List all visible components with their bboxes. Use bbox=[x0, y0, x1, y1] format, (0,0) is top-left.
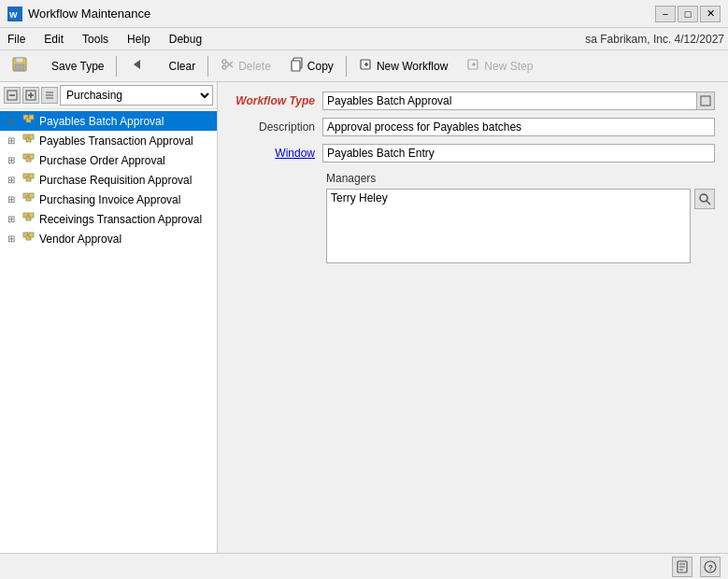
workflow-type-browse-button[interactable] bbox=[696, 92, 715, 110]
save-button[interactable] bbox=[4, 53, 41, 78]
user-info: sa Fabrikam, Inc. 4/12/2027 bbox=[585, 33, 724, 46]
docs-button[interactable] bbox=[672, 557, 692, 577]
clear-label: Clear bbox=[168, 60, 195, 73]
svg-point-7 bbox=[222, 65, 226, 69]
tree-item-payables-batch[interactable]: ⊞ Payables Batch Approval bbox=[0, 111, 217, 131]
clear-button[interactable]: Clear bbox=[160, 56, 204, 77]
list-view-button[interactable] bbox=[41, 87, 58, 104]
tree-item-label-2: Purchase Order Approval bbox=[39, 154, 165, 167]
new-workflow-icon bbox=[359, 57, 374, 75]
tree-item-label-0: Payables Batch Approval bbox=[39, 115, 164, 128]
managers-label: Managers bbox=[231, 172, 715, 185]
tree-item-label-4: Purchasing Invoice Approval bbox=[39, 193, 180, 206]
left-panel: Purchasing Payables Receivables ⊞ Payabl… bbox=[0, 82, 218, 553]
svg-point-6 bbox=[222, 60, 226, 64]
status-bar: ? bbox=[0, 553, 728, 579]
title-bar: W Workflow Maintenance − □ ✕ bbox=[0, 0, 728, 28]
collapse-all-button[interactable] bbox=[4, 87, 21, 104]
svg-line-49 bbox=[707, 201, 710, 205]
expand-icon-5: ⊞ bbox=[7, 214, 19, 224]
category-dropdown[interactable]: Purchasing Payables Receivables bbox=[60, 85, 213, 106]
svg-marker-5 bbox=[134, 60, 140, 69]
tree-item-payables-transaction[interactable]: ⊞ Payables Transaction Approval bbox=[0, 131, 217, 150]
scissors-icon bbox=[221, 57, 236, 75]
menu-file[interactable]: File bbox=[4, 31, 29, 48]
managers-box[interactable]: Terry Heley bbox=[326, 189, 691, 263]
svg-rect-3 bbox=[16, 58, 23, 63]
window-input[interactable] bbox=[322, 144, 715, 162]
toolbar-separator-3 bbox=[346, 56, 347, 77]
save-type-label: Save Type bbox=[51, 60, 104, 73]
tree-node-icon-6 bbox=[22, 231, 36, 247]
tree-node-icon-5 bbox=[22, 211, 36, 227]
back-button[interactable] bbox=[121, 53, 158, 78]
new-step-icon bbox=[466, 57, 481, 75]
tree-list: ⊞ Payables Batch Approval ⊞ Payables Tra… bbox=[0, 109, 217, 553]
tree-node-icon-2 bbox=[22, 152, 36, 168]
expand-icon-4: ⊞ bbox=[7, 194, 19, 205]
svg-rect-28 bbox=[29, 115, 34, 120]
workflow-type-label: Workflow Type bbox=[231, 94, 315, 107]
svg-point-48 bbox=[700, 194, 707, 202]
tree-node-icon-0 bbox=[22, 113, 36, 129]
menu-items: File Edit Tools Help Debug bbox=[4, 31, 206, 48]
window-row: Window bbox=[231, 144, 715, 162]
new-workflow-button[interactable]: New Workflow bbox=[350, 53, 456, 78]
toolbar: Save Type Clear Delete Copy New Workflow bbox=[0, 50, 728, 82]
right-panel: Workflow Type Description Window Manager… bbox=[218, 82, 728, 553]
app-icon: W bbox=[7, 7, 22, 21]
svg-rect-34 bbox=[29, 154, 34, 159]
tree-node-icon-3 bbox=[22, 172, 36, 188]
managers-search-button[interactable] bbox=[694, 189, 715, 209]
menu-tools[interactable]: Tools bbox=[79, 31, 112, 48]
tree-item-label-1: Payables Transaction Approval bbox=[39, 134, 193, 148]
workflow-type-field-group bbox=[322, 92, 715, 110]
svg-rect-31 bbox=[29, 134, 34, 139]
back-icon bbox=[129, 57, 144, 75]
copy-label: Copy bbox=[307, 60, 334, 73]
window-label[interactable]: Window bbox=[231, 147, 315, 160]
tree-item-label-3: Purchase Requisition Approval bbox=[39, 174, 192, 187]
svg-rect-40 bbox=[29, 193, 34, 198]
copy-icon bbox=[290, 57, 305, 75]
managers-section: Managers Terry Heley bbox=[231, 172, 715, 263]
close-button[interactable]: ✕ bbox=[700, 6, 721, 22]
new-workflow-label: New Workflow bbox=[377, 60, 448, 73]
menu-edit[interactable]: Edit bbox=[40, 31, 67, 48]
toolbar-separator-1 bbox=[116, 56, 117, 77]
restore-button[interactable]: □ bbox=[678, 6, 698, 22]
help-button[interactable]: ? bbox=[700, 557, 721, 577]
menu-help[interactable]: Help bbox=[123, 31, 154, 48]
tree-item-purchasing-invoice[interactable]: ⊞ Purchasing Invoice Approval bbox=[0, 190, 217, 209]
expand-icon-1: ⊞ bbox=[7, 135, 19, 146]
svg-rect-4 bbox=[15, 64, 24, 70]
workflow-type-input[interactable] bbox=[322, 92, 696, 110]
description-label: Description bbox=[231, 120, 315, 134]
tree-node-icon-1 bbox=[22, 133, 36, 148]
menu-debug[interactable]: Debug bbox=[165, 31, 206, 48]
main-area: Purchasing Payables Receivables ⊞ Payabl… bbox=[0, 82, 728, 553]
tree-item-purchase-requisition[interactable]: ⊞ Purchase Requisition Approval bbox=[0, 170, 217, 190]
delete-label: Delete bbox=[238, 60, 271, 73]
svg-text:W: W bbox=[9, 10, 18, 20]
svg-rect-11 bbox=[292, 61, 300, 71]
save-icon bbox=[12, 57, 27, 75]
tree-item-vendor-approval[interactable]: ⊞ Vendor Approval bbox=[0, 229, 217, 248]
svg-rect-46 bbox=[29, 233, 34, 237]
new-step-button[interactable]: New Step bbox=[458, 53, 541, 78]
delete-button[interactable]: Delete bbox=[212, 53, 279, 78]
tree-node-icon-4 bbox=[22, 191, 36, 207]
tree-item-receivings-transaction[interactable]: ⊞ Receivings Transaction Approval bbox=[0, 209, 217, 229]
description-input[interactable] bbox=[322, 118, 715, 136]
copy-button[interactable]: Copy bbox=[281, 53, 342, 78]
minimize-button[interactable]: − bbox=[655, 6, 676, 22]
tree-item-purchase-order[interactable]: ⊞ Purchase Order Approval bbox=[0, 150, 217, 170]
tree-item-label-5: Receivings Transaction Approval bbox=[39, 213, 202, 226]
svg-rect-47 bbox=[701, 96, 710, 106]
expand-all-button[interactable] bbox=[22, 87, 39, 104]
save-type-button[interactable]: Save Type bbox=[43, 56, 112, 77]
toolbar-separator-2 bbox=[207, 56, 208, 77]
managers-box-row: Terry Heley bbox=[231, 189, 715, 263]
menu-bar: File Edit Tools Help Debug sa Fabrikam, … bbox=[0, 28, 728, 50]
tree-toolbar: Purchasing Payables Receivables bbox=[0, 82, 217, 109]
